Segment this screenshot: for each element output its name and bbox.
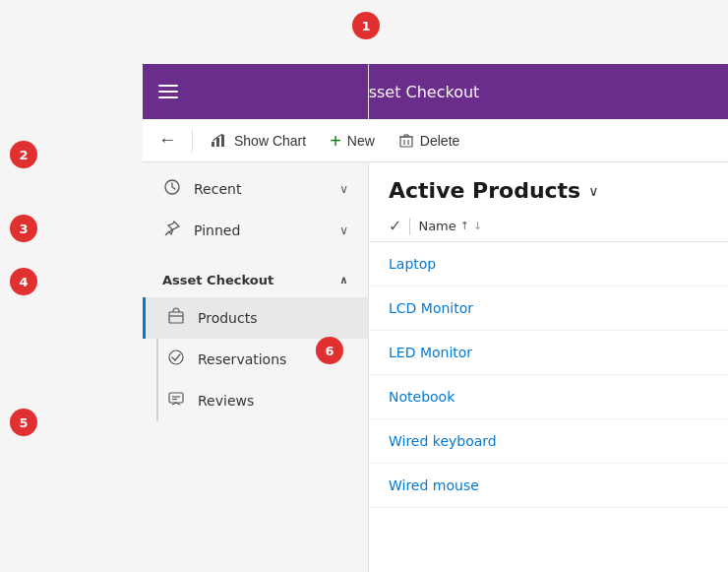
list-item[interactable]: Wired keyboard [369,419,728,464]
sidebar-item-pinned[interactable]: Pinned ∨ [143,210,368,251]
svg-rect-5 [169,393,183,403]
recent-icon [162,178,182,200]
new-plus-icon: + [330,131,341,151]
pinned-chevron-icon: ∨ [339,223,348,237]
list-item[interactable]: Laptop [369,242,728,286]
name-column-header[interactable]: Name ↑ ↓ [418,219,482,233]
sidebar-item-recent-label: Recent [194,181,328,197]
back-button[interactable]: ← [151,126,184,155]
header-divider [409,218,410,235]
toolbar-separator-1 [192,129,193,153]
list-item[interactable]: LCD Monitor [369,286,728,331]
chart-icon [211,134,228,148]
item-name-led-monitor: LED Monitor [389,345,472,360]
sidebar-item-reviews[interactable]: Reviews [143,380,368,421]
annotation-1: 1 [352,12,380,39]
products-icon [166,307,186,329]
svg-point-4 [169,350,183,364]
delete-button[interactable]: Delete [389,127,469,155]
new-button[interactable]: + New [320,125,385,157]
sort-asc-icon[interactable]: ↑ [460,220,469,232]
reviews-icon [166,390,186,412]
content-title: Active Products [389,178,580,203]
annotation-3: 3 [10,215,37,242]
show-chart-label: Show Chart [234,133,306,149]
show-chart-button[interactable]: Show Chart [201,127,316,155]
sidebar-item-pinned-label: Pinned [194,222,328,238]
item-name-wired-mouse: Wired mouse [389,477,479,493]
sidebar-section-asset-checkout[interactable]: Asset Checkout ∧ [143,263,368,297]
delete-label: Delete [420,133,459,149]
sidebar-navigation: Home Recent ∨ Pinned ∨ [143,119,368,429]
sidebar-header [143,64,368,119]
svg-rect-2 [169,312,183,323]
check-icon: ✓ [389,217,401,235]
recent-chevron-icon: ∨ [339,182,348,196]
header-title: Asset Checkout [358,83,480,101]
item-name-notebook: Notebook [389,389,455,405]
svg-rect-9 [216,138,219,147]
delete-icon [398,133,414,149]
main-content: Active Products ∨ ✓ Name ↑ ↓ Laptop LCD … [369,162,728,572]
sidebar-item-products-label: Products [198,310,257,326]
annotation-6: 6 [316,337,343,364]
sidebar-item-products[interactable]: Products [143,297,368,339]
toolbar: ← Show Chart + New Delete [143,119,728,162]
new-label: New [347,133,375,149]
svg-rect-10 [221,135,224,147]
list-item[interactable]: Wired mouse [369,464,728,508]
annotation-4: 4 [10,268,37,295]
content-title-chevron-icon[interactable]: ∨ [588,183,598,199]
sidebar-item-reviews-label: Reviews [198,393,254,409]
item-name-laptop: Laptop [389,256,436,272]
svg-rect-8 [212,142,214,147]
sidebar-item-recent[interactable]: Recent ∨ [143,168,368,210]
item-name-lcd-monitor: LCD Monitor [389,300,473,316]
svg-line-1 [165,231,169,235]
content-header: Active Products ∨ [369,162,728,211]
annotation-2: 2 [10,141,37,168]
section-chevron-icon: ∧ [339,274,348,286]
annotation-5: 5 [10,409,37,436]
sidebar-item-reservations-label: Reservations [198,351,286,367]
hamburger-menu-button[interactable] [158,85,178,98]
sidebar-section-title: Asset Checkout [162,273,332,287]
reservations-icon [166,349,186,370]
list-column-header: ✓ Name ↑ ↓ [369,211,728,242]
sort-desc-icon[interactable]: ↓ [473,220,482,232]
pin-icon [162,220,182,241]
list-item[interactable]: Notebook [369,375,728,419]
svg-rect-11 [400,137,412,147]
item-name-wired-keyboard: Wired keyboard [389,433,497,449]
list-item[interactable]: LED Monitor [369,331,728,375]
